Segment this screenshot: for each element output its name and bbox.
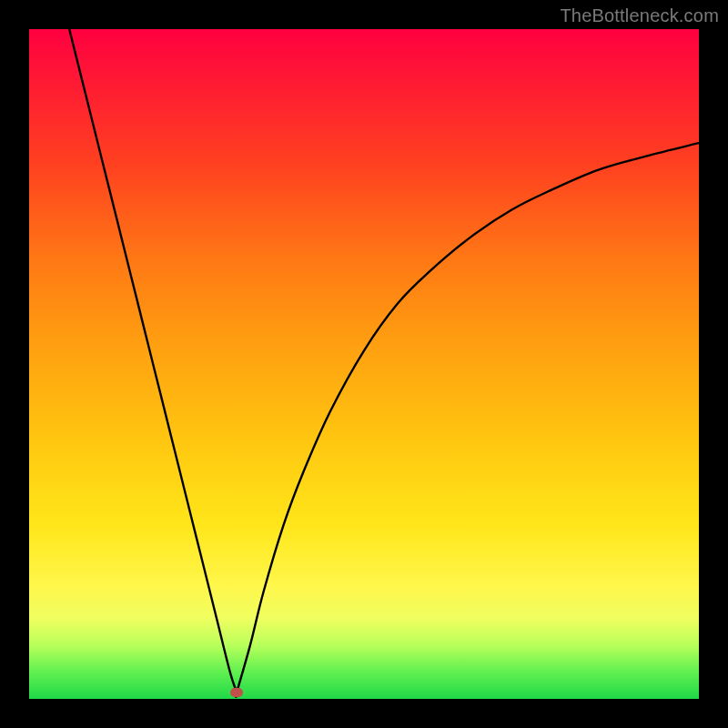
curve-path — [69, 29, 699, 697]
watermark-text: TheBottleneck.com — [560, 5, 719, 26]
chart-frame: TheBottleneck.com — [0, 0, 728, 728]
bottleneck-curve — [29, 29, 699, 699]
plot-area — [29, 29, 699, 699]
optimal-marker — [230, 688, 243, 697]
